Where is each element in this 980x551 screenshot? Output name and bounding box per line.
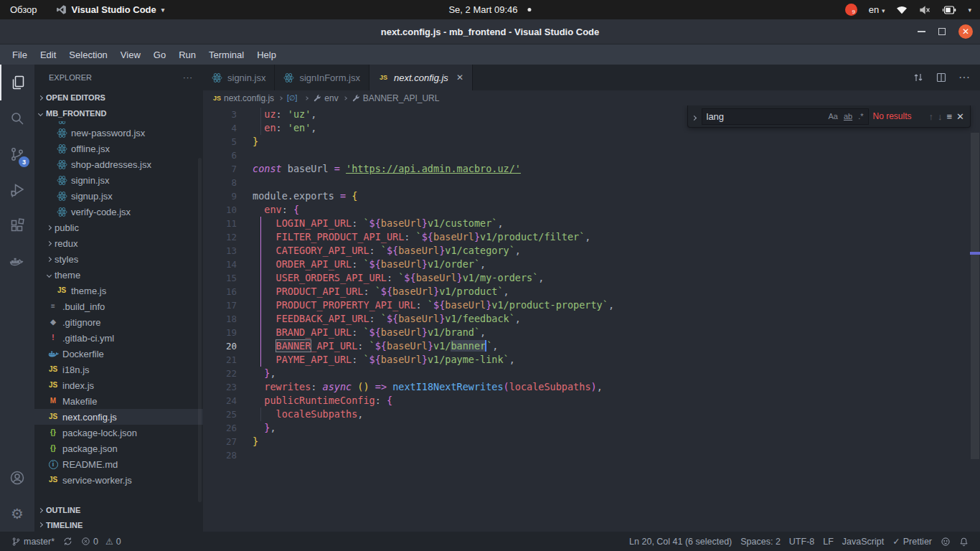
- file-item-verify-code.jsx[interactable]: verify-code.jsx: [34, 204, 203, 220]
- account-icon[interactable]: [0, 460, 34, 496]
- file-item-styles[interactable]: styles: [34, 251, 203, 267]
- whole-word-icon[interactable]: ab: [844, 112, 852, 121]
- menu-go[interactable]: Go: [147, 47, 172, 63]
- breadcrumb-env[interactable]: env: [313, 93, 338, 103]
- react-file-icon: [212, 72, 222, 83]
- file-item-index.js[interactable]: JSindex.js: [34, 377, 203, 393]
- file-item-Makefile[interactable]: MMakefile: [34, 393, 203, 409]
- menu-run[interactable]: Run: [172, 47, 202, 63]
- run-debug-icon[interactable]: [0, 172, 34, 208]
- docker-file-icon: [47, 349, 59, 359]
- find-in-selection-icon[interactable]: ≡: [947, 111, 953, 122]
- tab-signInForm.jsx[interactable]: signInForm.jsx: [275, 65, 369, 90]
- file-item-package-lock.json[interactable]: {}package-lock.json: [34, 425, 203, 441]
- breadcrumbs: JSnext.config.js[∅]envBANNER_API_URL: [203, 90, 980, 105]
- file-item-README.md[interactable]: iREADME.md: [34, 456, 203, 472]
- find-expand-icon[interactable]: [692, 111, 696, 122]
- tab-signin.jsx[interactable]: signin.jsx: [203, 65, 275, 90]
- close-button[interactable]: ✕: [958, 24, 973, 39]
- regex-icon[interactable]: .*: [858, 112, 863, 121]
- wifi-icon[interactable]: [896, 5, 908, 14]
- menu-help[interactable]: Help: [250, 47, 283, 63]
- find-query-field[interactable]: [707, 111, 823, 122]
- tab-next.config.js[interactable]: JSnext.config.js✕: [369, 65, 473, 90]
- find-next-icon[interactable]: ↓: [938, 111, 943, 122]
- docker-icon[interactable]: [0, 244, 34, 280]
- file-item-shop-addresses.jsx[interactable]: shop-addresses.jsx: [34, 156, 203, 172]
- feedback-icon[interactable]: [936, 537, 955, 547]
- file-item-next.config.js[interactable]: JSnext.config.js: [34, 409, 203, 425]
- file-item-.build_info[interactable]: ≡.build_info: [34, 298, 203, 314]
- tab-close-icon[interactable]: ✕: [456, 72, 463, 83]
- app-menu[interactable]: Visual Studio Code ▾: [56, 4, 165, 15]
- settings-gear-icon[interactable]: ⚙: [0, 496, 34, 532]
- file-item-service-worker.js[interactable]: JSservice-worker.js: [34, 472, 203, 488]
- file-item-signup.jsx[interactable]: signup.jsx: [34, 188, 203, 204]
- find-close-icon[interactable]: ✕: [956, 111, 964, 122]
- open-editors-section[interactable]: OPEN EDITORS: [34, 90, 203, 105]
- file-item-package.json[interactable]: {}package.json: [34, 441, 203, 456]
- battery-icon[interactable]: [942, 6, 956, 14]
- file-item-theme[interactable]: theme: [34, 267, 203, 283]
- menubar: FileEditSelectionViewGoRunTerminalHelp: [0, 44, 980, 65]
- extensions-icon[interactable]: [0, 208, 34, 244]
- file-item-offline.jsx[interactable]: offline.jsx: [34, 141, 203, 156]
- editor-scrollbar[interactable]: [970, 105, 980, 532]
- encoding-item[interactable]: UTF-8: [785, 537, 819, 547]
- menu-view[interactable]: View: [114, 47, 147, 63]
- match-case-icon[interactable]: Aa: [828, 112, 837, 121]
- minimize-button[interactable]: [918, 31, 925, 32]
- file-item-new-password.jsx[interactable]: new-password.jsx: [34, 125, 203, 141]
- explorer-icon[interactable]: [0, 65, 34, 100]
- system-menu-caret-icon[interactable]: ▾: [968, 6, 971, 14]
- editor-more-actions-icon[interactable]: ···: [958, 71, 970, 84]
- timeline-section[interactable]: TIMELINE: [34, 518, 203, 532]
- file-item-redux[interactable]: redux: [34, 235, 203, 251]
- menu-selection[interactable]: Selection: [62, 47, 113, 63]
- sidebar-scrollbar[interactable]: [198, 158, 202, 502]
- clock[interactable]: Se, 2 Mart 09:46: [448, 4, 531, 15]
- formatter-item[interactable]: ✓ Prettier: [888, 536, 936, 547]
- file-item-.gitlab-ci.yml[interactable]: !.gitlab-ci.yml: [34, 330, 203, 346]
- language-mode-item[interactable]: JavaScript: [838, 537, 888, 547]
- breadcrumb-unknown[interactable]: [∅]: [287, 94, 300, 102]
- code-editor[interactable]: 2 ru: 'ru',3 uz: 'uz',4 en: 'en',5}67con…: [203, 105, 980, 532]
- find-widget: Aa ab .* No results ↑ ↓ ≡ ✕: [687, 105, 971, 128]
- unknown-icon: [∅]: [287, 94, 297, 102]
- tray-app-icon[interactable]: 9: [845, 4, 857, 16]
- file-item-Dockerfile[interactable]: Dockerfile: [34, 346, 203, 362]
- source-control-icon[interactable]: 3: [0, 136, 34, 172]
- file-item-theme.js[interactable]: JStheme.js: [34, 283, 203, 298]
- wrench-icon: [313, 94, 321, 103]
- root-folder-section[interactable]: MB_FRONTEND: [34, 105, 203, 121]
- search-icon[interactable]: [0, 100, 34, 136]
- file-item-i18n.js[interactable]: JSi18n.js: [34, 362, 203, 377]
- git-branch-item[interactable]: master*: [7, 537, 59, 547]
- sidebar-more-actions[interactable]: ···: [183, 73, 193, 82]
- input-language-indicator[interactable]: en ▾: [869, 4, 885, 15]
- outline-section[interactable]: OUTLINE: [34, 502, 203, 518]
- find-input[interactable]: Aa ab .*: [702, 108, 869, 125]
- eol-item[interactable]: LF: [819, 537, 838, 547]
- file-item-signin.jsx[interactable]: signin.jsx: [34, 172, 203, 188]
- menu-terminal[interactable]: Terminal: [202, 47, 250, 63]
- problems-item[interactable]: 0 ⚠ 0: [77, 537, 126, 547]
- file-item-public[interactable]: public: [34, 220, 203, 235]
- indentation-item[interactable]: Spaces: 2: [736, 537, 785, 547]
- compare-changes-icon[interactable]: [913, 72, 924, 83]
- activities-button[interactable]: Обзор: [10, 4, 37, 15]
- menu-file[interactable]: File: [6, 47, 34, 63]
- sync-button[interactable]: [59, 537, 77, 546]
- menu-edit[interactable]: Edit: [34, 47, 62, 63]
- cursor-position-item[interactable]: Ln 20, Col 41 (6 selected): [625, 537, 736, 547]
- notifications-bell-icon[interactable]: [955, 537, 973, 547]
- file-item-.gitignore[interactable]: ◆.gitignore: [34, 314, 203, 330]
- breadcrumb-next.config.js[interactable]: JSnext.config.js: [213, 93, 274, 103]
- breadcrumb-BANNER_API_URL[interactable]: BANNER_API_URL: [352, 93, 440, 103]
- app-menu-caret-icon: ▾: [161, 6, 165, 14]
- find-previous-icon[interactable]: ↑: [929, 111, 934, 122]
- volume-muted-icon[interactable]: [919, 5, 930, 15]
- split-editor-icon[interactable]: [936, 72, 947, 83]
- scrollbar-thumb[interactable]: [971, 133, 979, 459]
- restore-button[interactable]: [938, 28, 946, 35]
